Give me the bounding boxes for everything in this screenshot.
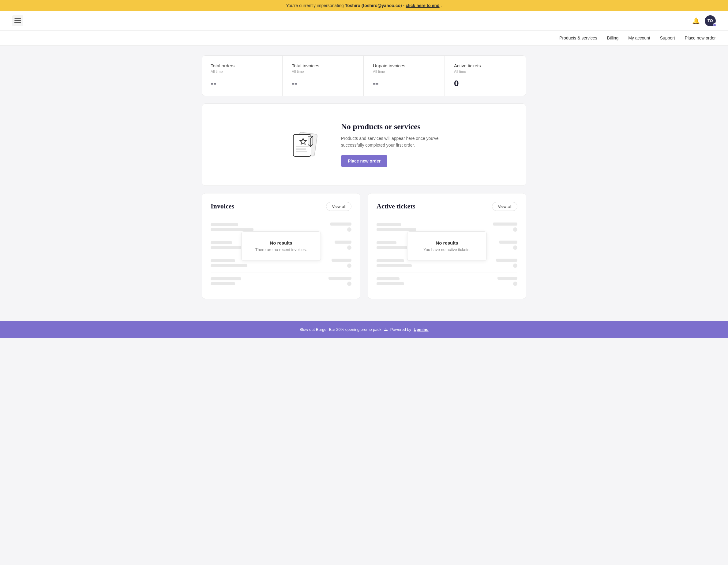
empty-illustration bbox=[289, 128, 323, 161]
banner-text-between: - bbox=[403, 3, 406, 8]
skeleton-right bbox=[497, 277, 517, 286]
stat-value-total-orders: -- bbox=[211, 79, 274, 88]
stat-label-unpaid-invoices: Unpaid invoices bbox=[373, 63, 436, 68]
skeleton-bar bbox=[335, 241, 351, 244]
skeleton-bar bbox=[211, 264, 247, 267]
header: 🔔 TO bbox=[0, 11, 728, 31]
stat-card-unpaid-invoices: Unpaid invoices All time -- bbox=[364, 56, 445, 96]
skeleton-bar bbox=[377, 223, 401, 226]
stat-value-total-invoices: -- bbox=[292, 79, 355, 88]
skeleton-dot bbox=[347, 227, 351, 232]
products-title: No products or services bbox=[341, 122, 439, 131]
skeleton-bar bbox=[330, 223, 351, 226]
products-desc: Products and services will appear here o… bbox=[341, 135, 439, 149]
invoices-no-results: No results There are no recent invoices. bbox=[241, 231, 321, 261]
tickets-no-results-title: No results bbox=[420, 240, 474, 245]
banner-end-link[interactable]: click here to end bbox=[406, 3, 439, 8]
avatar[interactable]: TO bbox=[705, 15, 716, 26]
stat-sublabel-total-invoices: All time bbox=[292, 69, 355, 74]
nav-item-products[interactable]: Products & services bbox=[559, 31, 597, 45]
skeleton-left bbox=[377, 223, 416, 231]
main-content: Total orders All time -- Total invoices … bbox=[196, 46, 532, 309]
stat-value-active-tickets: 0 bbox=[454, 79, 517, 88]
svg-rect-8 bbox=[296, 148, 306, 150]
tickets-title: Active tickets bbox=[377, 202, 415, 210]
stat-label-total-invoices: Total invoices bbox=[292, 63, 355, 68]
tickets-panel-header: Active tickets View all bbox=[377, 202, 517, 211]
footer-powered-by: Powered by bbox=[390, 327, 411, 332]
nav-item-billing[interactable]: Billing bbox=[607, 31, 618, 45]
skeleton-bar bbox=[211, 282, 235, 285]
footer-text: Blow out Burger Bar 20% opening promo pa… bbox=[299, 327, 381, 332]
nav-item-place-order[interactable]: Place new order bbox=[685, 31, 716, 45]
skeleton-dot bbox=[347, 264, 351, 268]
banner-text-after: . bbox=[441, 3, 442, 8]
tickets-no-results-desc: You have no active tickets. bbox=[420, 247, 474, 252]
skeleton-dot bbox=[513, 227, 517, 232]
skeleton-bar bbox=[497, 277, 517, 280]
skeleton-bar bbox=[377, 246, 407, 249]
skeleton-bar bbox=[377, 228, 416, 231]
svg-rect-2 bbox=[14, 20, 21, 21]
skeleton-bar bbox=[377, 259, 404, 262]
skeleton-bar bbox=[493, 223, 517, 226]
footer-brand-link[interactable]: Upmind bbox=[414, 327, 428, 332]
tickets-panel: Active tickets View all bbox=[368, 193, 526, 299]
header-actions: 🔔 TO bbox=[692, 15, 716, 26]
invoices-view-all-button[interactable]: View all bbox=[326, 202, 351, 211]
skeleton-right bbox=[493, 223, 517, 232]
skeleton-bar bbox=[211, 277, 241, 280]
skeleton-dot bbox=[513, 282, 517, 286]
skeleton-dot bbox=[513, 245, 517, 250]
skeleton-dot bbox=[347, 245, 351, 250]
skeleton-right bbox=[328, 277, 351, 286]
skeleton-bar bbox=[211, 246, 244, 249]
invoices-panel-header: Invoices View all bbox=[211, 202, 351, 211]
stat-value-unpaid-invoices: -- bbox=[373, 79, 436, 88]
banner-text-before: You're currently impersonating bbox=[286, 3, 345, 8]
svg-rect-1 bbox=[14, 18, 21, 19]
bottom-grid: Invoices View all bbox=[202, 193, 526, 299]
skeleton-dot bbox=[347, 282, 351, 286]
logo[interactable] bbox=[12, 15, 23, 26]
skeleton-left bbox=[211, 277, 241, 285]
skeleton-left bbox=[211, 259, 247, 267]
skeleton-row bbox=[211, 272, 351, 290]
svg-rect-3 bbox=[14, 22, 21, 23]
skeleton-bar bbox=[496, 259, 517, 262]
main-nav: Products & services Billing My account S… bbox=[0, 31, 728, 46]
stat-card-total-orders: Total orders All time -- bbox=[202, 56, 283, 96]
stat-label-total-orders: Total orders bbox=[211, 63, 274, 68]
products-section: No products or services Products and ser… bbox=[202, 103, 526, 186]
stat-card-active-tickets: Active tickets All time 0 bbox=[445, 56, 526, 96]
skeleton-left bbox=[377, 259, 412, 267]
skeleton-right bbox=[330, 223, 351, 232]
nav-item-my-account[interactable]: My account bbox=[628, 31, 650, 45]
skeleton-right bbox=[332, 259, 351, 268]
bell-icon[interactable]: 🔔 bbox=[692, 17, 700, 24]
skeleton-bar bbox=[332, 259, 351, 262]
footer-mountain-icon: ⛰ bbox=[384, 327, 388, 332]
skeleton-bar bbox=[211, 228, 253, 231]
place-new-order-button[interactable]: Place new order bbox=[341, 155, 387, 167]
tickets-no-results: No results You have no active tickets. bbox=[407, 231, 487, 261]
tickets-view-all-button[interactable]: View all bbox=[492, 202, 517, 211]
skeleton-left bbox=[377, 277, 404, 285]
skeleton-bar bbox=[377, 277, 400, 280]
invoices-no-results-title: No results bbox=[254, 240, 308, 245]
skeleton-dot bbox=[513, 264, 517, 268]
products-content: No products or services Products and ser… bbox=[341, 122, 439, 167]
avatar-badge bbox=[713, 23, 716, 27]
skeleton-bar bbox=[211, 223, 238, 226]
invoices-panel: Invoices View all bbox=[202, 193, 360, 299]
skeleton-bar bbox=[377, 264, 412, 267]
skeleton-row bbox=[377, 272, 517, 290]
nav-item-support[interactable]: Support bbox=[660, 31, 675, 45]
svg-rect-9 bbox=[296, 151, 307, 152]
skeleton-left bbox=[377, 241, 407, 249]
skeleton-bar bbox=[377, 241, 396, 244]
skeleton-bar bbox=[328, 277, 351, 280]
svg-rect-7 bbox=[296, 146, 309, 147]
invoices-no-results-desc: There are no recent invoices. bbox=[254, 247, 308, 252]
stat-sublabel-total-orders: All time bbox=[211, 69, 274, 74]
